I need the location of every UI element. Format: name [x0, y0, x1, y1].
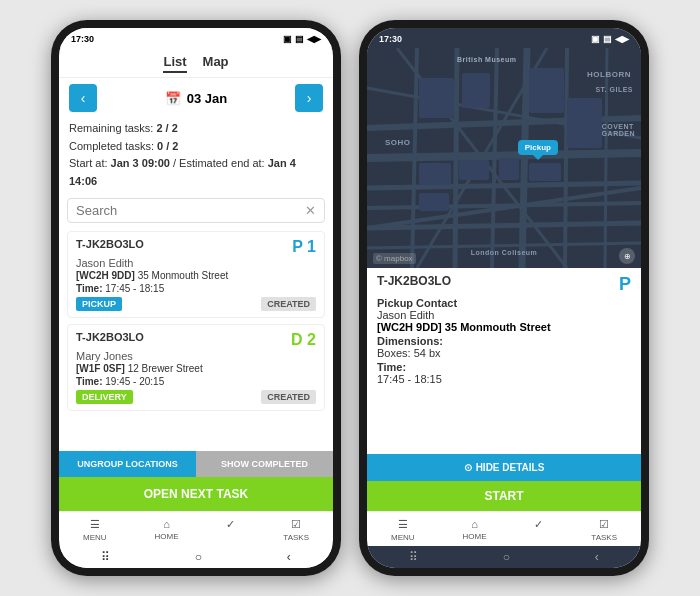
- android-back-left: ‹: [287, 550, 291, 564]
- mapbox-logo: © mapbox: [373, 253, 416, 264]
- map-label-coliseum: London Coliseum: [471, 249, 538, 256]
- map-label-british-museum: British Museum: [457, 56, 517, 63]
- android-nav-left: ⠿ ○ ‹: [59, 546, 333, 568]
- task-priority-2: D 2: [291, 331, 316, 349]
- map-label-holborn: HOLBORN: [587, 70, 631, 79]
- status-icons-right: ▣ ▤ ◀▶: [591, 34, 629, 44]
- tasks-icon-right: ☑: [599, 518, 609, 531]
- nav-tasks-right[interactable]: ☑ TASKS: [591, 518, 617, 542]
- nav-tasks-left[interactable]: ☑ TASKS: [283, 518, 309, 542]
- nav-tasks-label-right: TASKS: [591, 533, 617, 542]
- nav-check-left[interactable]: ✓: [226, 518, 235, 542]
- status-time-right: 17:30: [379, 34, 402, 44]
- status-bar-right: 17:30 ▣ ▤ ◀▶: [367, 28, 641, 48]
- completed-tasks: Completed tasks: 0 / 2: [69, 138, 323, 156]
- date-navigator: ‹ 📅 03 Jan ›: [59, 78, 333, 118]
- svg-line-11: [565, 48, 567, 268]
- svg-rect-25: [529, 163, 561, 181]
- open-next-task-button[interactable]: OPEN NEXT TASK: [59, 477, 333, 511]
- hide-details-label: HIDE DETAILS: [476, 462, 545, 473]
- android-home-left: ○: [195, 550, 202, 564]
- nav-home-left[interactable]: ⌂ HOME: [154, 518, 178, 542]
- calendar-icon: 📅: [165, 91, 181, 106]
- menu-icon-right: ☰: [398, 518, 408, 531]
- map-label-stgiles: ST. GILES: [595, 86, 633, 93]
- task-footer-1: PICKUP CREATED: [76, 297, 316, 311]
- status-time-left: 17:30: [71, 34, 94, 44]
- map-streets-svg: [367, 48, 641, 268]
- task-card-2-header: T-JK2BO3LO D 2: [76, 331, 316, 349]
- tasks-icon-left: ☑: [291, 518, 301, 531]
- task-name-1: Jason Edith: [76, 257, 316, 269]
- bottom-actions: UNGROUP LOCATIONS SHOW COMPLETED: [59, 451, 333, 477]
- task-id-1: T-JK2BO3LO: [76, 238, 144, 250]
- home-icon-right: ⌂: [471, 518, 478, 530]
- detail-address: [WC2H 9DD] 35 Monmouth Street: [377, 321, 631, 333]
- hide-details-button[interactable]: ⊙ HIDE DETAILS: [367, 454, 641, 481]
- map-label-soho: SOHO: [385, 138, 411, 147]
- badge-created-2: CREATED: [261, 390, 316, 404]
- svg-rect-19: [529, 68, 564, 113]
- svg-rect-24: [419, 193, 449, 211]
- task-card-1[interactable]: T-JK2BO3LO P 1 Jason Edith [WC2H 9DD] 35…: [67, 231, 325, 318]
- task-time-1: Time: 17:45 - 18:15: [76, 283, 316, 294]
- map-view[interactable]: British Museum HOLBORN ST. GILES SOHO CO…: [367, 48, 641, 268]
- status-icons-left: ▣ ▤ ◀▶: [283, 34, 321, 44]
- detail-panel: T-JK2BO3LO P Pickup Contact Jason Edith …: [367, 268, 641, 454]
- task-name-2: Mary Jones: [76, 350, 316, 362]
- detail-contact-label: Pickup Contact: [377, 297, 631, 309]
- nav-menu-left[interactable]: ☰ MENU: [83, 518, 107, 542]
- nav-home-label-right: HOME: [462, 532, 486, 541]
- task-card-2[interactable]: T-JK2BO3LO D 2 Mary Jones [W1F 0SF] 12 B…: [67, 324, 325, 411]
- date-display: 📅 03 Jan: [165, 91, 227, 106]
- pickup-pin: Pickup: [518, 140, 558, 155]
- detail-task-id: T-JK2BO3LO: [377, 274, 451, 288]
- nav-menu-label-left: MENU: [83, 533, 107, 542]
- prev-date-button[interactable]: ‹: [69, 84, 97, 112]
- check-icon-left: ✓: [226, 518, 235, 531]
- ungroup-button[interactable]: UNGROUP LOCATIONS: [59, 451, 196, 477]
- tabs: List Map: [59, 48, 333, 78]
- remaining-tasks: Remaining tasks: 2 / 2: [69, 120, 323, 138]
- badge-created-1: CREATED: [261, 297, 316, 311]
- badge-delivery-2: DELIVERY: [76, 390, 133, 404]
- search-input[interactable]: [76, 203, 305, 218]
- nav-home-right[interactable]: ⌂ HOME: [462, 518, 486, 542]
- detail-time-label: Time:: [377, 361, 631, 373]
- search-bar[interactable]: ✕: [67, 198, 325, 223]
- svg-line-2: [367, 153, 641, 158]
- nav-menu-right[interactable]: ☰ MENU: [391, 518, 415, 542]
- nav-home-label-left: HOME: [154, 532, 178, 541]
- menu-icon-left: ☰: [90, 518, 100, 531]
- pickup-pin-label: Pickup: [525, 143, 551, 152]
- svg-rect-21: [459, 160, 489, 180]
- detail-time-value: 17:45 - 18:15: [377, 373, 631, 385]
- current-date: 03 Jan: [187, 91, 227, 106]
- task-card-1-header: T-JK2BO3LO P 1: [76, 238, 316, 256]
- bottom-nav-right: ☰ MENU ⌂ HOME ✓ ☑ TASKS: [367, 511, 641, 546]
- android-menu-left: ⠿: [101, 550, 110, 564]
- svg-rect-17: [419, 78, 454, 118]
- hide-icon: ⊙: [464, 462, 472, 473]
- tab-map[interactable]: Map: [203, 54, 229, 73]
- home-icon-left: ⌂: [163, 518, 170, 530]
- tab-list[interactable]: List: [163, 54, 186, 73]
- task-addr-2: [W1F 0SF] 12 Brewer Street: [76, 363, 316, 374]
- task-footer-2: DELIVERY CREATED: [76, 390, 316, 404]
- task-info: Remaining tasks: 2 / 2 Completed tasks: …: [59, 118, 333, 194]
- next-date-button[interactable]: ›: [295, 84, 323, 112]
- task-priority-1: P 1: [292, 238, 316, 256]
- nav-tasks-label-left: TASKS: [283, 533, 309, 542]
- detail-street: 35 Monmouth Street: [445, 321, 551, 333]
- left-phone: 17:30 ▣ ▤ ◀▶ List Map ‹ 📅 03 Jan ›: [51, 20, 341, 576]
- show-completed-button[interactable]: SHOW COMPLETED: [196, 451, 333, 477]
- android-nav-right: ⠿ ○ ‹: [367, 546, 641, 568]
- nav-check-right[interactable]: ✓: [534, 518, 543, 542]
- start-button[interactable]: START: [367, 481, 641, 511]
- badge-pickup-1: PICKUP: [76, 297, 122, 311]
- task-addr-1: [WC2H 9DD] 35 Monmouth Street: [76, 270, 316, 281]
- detail-priority: P: [619, 274, 631, 295]
- svg-line-12: [605, 48, 607, 268]
- svg-rect-22: [499, 158, 519, 180]
- search-close-icon[interactable]: ✕: [305, 203, 316, 218]
